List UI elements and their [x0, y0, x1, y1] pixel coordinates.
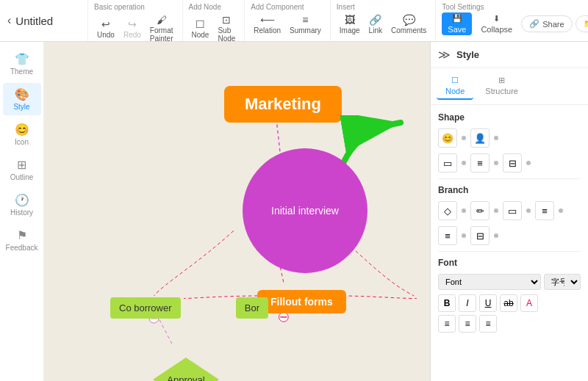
color-button[interactable]: A — [520, 294, 538, 312]
link-label: Link — [369, 26, 382, 35]
insert-buttons: 🖼 Image 🔗 Link 💬 Comments — [337, 12, 430, 36]
branch-btn-6[interactable]: ⊟ — [470, 226, 490, 245]
relation-button[interactable]: ⟵ Relation — [251, 12, 284, 36]
add-component-buttons: ⟵ Relation ≡ Summary — [251, 12, 324, 36]
outline-icon: ⊞ — [17, 158, 26, 172]
history-label: History — [10, 208, 33, 217]
sidebar-item-outline[interactable]: ⊞ Outline — [3, 153, 41, 186]
align-left-button[interactable]: ≡ — [438, 315, 456, 333]
node-tab-icon: ☐ — [451, 76, 459, 85]
shape-dot-5 — [526, 161, 531, 165]
fillout-forms-node[interactable]: Fillout forms — [257, 290, 346, 313]
shape-btn-lines[interactable]: ≡ — [470, 153, 490, 173]
sidebar-item-style[interactable]: 🎨 Style — [3, 83, 41, 115]
branch-btn-2[interactable]: ✏ — [470, 201, 490, 220]
bold-button[interactable]: B — [438, 294, 456, 312]
node-button[interactable]: ☐ Node — [189, 17, 212, 40]
theme-icon: 👕 — [15, 52, 29, 66]
back-button[interactable]: ‹ — [7, 14, 11, 27]
share-button[interactable]: 🔗 Share — [521, 15, 572, 32]
relation-label: Relation — [254, 26, 281, 35]
collapse-button[interactable]: ⬇ Collapse — [475, 12, 518, 35]
bor-node[interactable]: Bor — [236, 297, 268, 319]
branch-btn-1[interactable]: ◇ — [438, 201, 457, 220]
panel-collapse-button[interactable]: ≫ — [438, 48, 451, 62]
tab-structure[interactable]: ⊞ Structure — [476, 73, 527, 100]
shape-btn-smiley[interactable]: 😊 — [438, 128, 457, 148]
approval-label: Approval — [167, 374, 204, 382]
insert-group: Insert 🖼 Image 🔗 Link 💬 Comments — [331, 0, 437, 41]
underline-button[interactable]: U — [479, 294, 497, 312]
export-icon: 📁 — [584, 19, 588, 29]
align-center-button[interactable]: ≡ — [459, 315, 476, 333]
initial-interview-node[interactable]: Initial interview — [243, 148, 368, 273]
collapse-label: Collapse — [481, 25, 512, 34]
shape-dot-4 — [494, 161, 498, 165]
co-borrower-label: Co borrower — [119, 302, 172, 313]
branch-btn-3[interactable]: ▭ — [503, 201, 522, 220]
feedback-label: Feedback — [6, 244, 38, 252]
shape-dot-1 — [462, 136, 466, 140]
save-button[interactable]: 💾 Save — [442, 12, 472, 35]
image-label: Image — [340, 26, 360, 35]
add-component-label: Add Component — [251, 3, 304, 11]
collapse-icon: ⬇ — [493, 14, 500, 23]
subnode-button[interactable]: ⊡ Sub Node — [215, 12, 238, 44]
sidebar-item-theme[interactable]: 👕 Theme — [3, 48, 41, 80]
align-right-button[interactable]: ≡ — [479, 315, 497, 333]
export-button[interactable]: 📁 Export — [576, 15, 588, 32]
format-painter-button[interactable]: 🖌 Format Painter — [147, 12, 176, 44]
shape-row-1: 😊 👤 — [438, 128, 581, 148]
svg-line-1 — [280, 267, 284, 283]
shape-btn-rect[interactable]: ▭ — [438, 153, 457, 173]
marketing-label: Marketing — [245, 95, 321, 113]
tool-settings-group: Tool Settings 💾 Save ⬇ Collapse 🔗 Share … — [436, 0, 588, 41]
tab-node[interactable]: ☐ Node — [437, 73, 473, 100]
shape-btn-person[interactable]: 👤 — [470, 128, 490, 148]
co-borrower-node[interactable]: Co borrower — [110, 297, 181, 319]
font-select[interactable]: Font — [438, 274, 541, 290]
structure-tab-icon: ⊞ — [498, 76, 505, 85]
font-size-select[interactable]: 字号 — [544, 274, 581, 290]
add-node-group: Add Node ☐ Node ⊡ Sub Node — [183, 0, 245, 41]
tool-settings-buttons: 💾 Save ⬇ Collapse 🔗 Share 📁 Export — [442, 12, 588, 35]
shape-btn-lines2[interactable]: ⊟ — [503, 153, 522, 173]
marketing-node[interactable]: Marketing — [224, 86, 342, 123]
link-button[interactable]: 🔗 Link — [366, 12, 385, 36]
structure-tab-label: Structure — [485, 87, 518, 95]
approval-node[interactable]: Approval — [153, 358, 219, 381]
redo-button[interactable]: ↪ Redo — [121, 17, 144, 40]
branch-dot-3 — [526, 208, 531, 213]
strikethrough-button[interactable]: ab — [500, 294, 517, 312]
summary-button[interactable]: ≡ Summary — [287, 12, 324, 36]
panel-header: ≫ Style — [431, 42, 588, 68]
relation-icon: ⟵ — [260, 14, 275, 26]
branch-btn-4[interactable]: ≡ — [535, 201, 554, 220]
italic-button[interactable]: I — [459, 294, 476, 312]
left-sidebar: 👕 Theme 🎨 Style 😊 Icon ⊞ Outline 🕐 Histo… — [0, 42, 44, 381]
comments-button[interactable]: 💬 Comments — [388, 12, 429, 36]
image-button[interactable]: 🖼 Image — [337, 12, 363, 36]
bor-label: Bor — [245, 302, 259, 313]
branch-row-2: ≡ ⊟ — [438, 226, 581, 245]
font-style-row: B I U ab A — [438, 294, 581, 312]
branch-btn-5[interactable]: ≡ — [438, 226, 457, 245]
basic-operation-label: Basic operation — [94, 3, 145, 11]
sidebar-item-icon[interactable]: 😊 Icon — [3, 118, 41, 150]
sidebar-item-history[interactable]: 🕐 History — [3, 189, 41, 221]
sidebar-item-feedback[interactable]: ⚑ Feedback — [3, 224, 41, 256]
style-label: Style — [13, 103, 29, 111]
undo-button[interactable]: ↩ Undo — [94, 17, 118, 40]
divider-1 — [438, 178, 581, 179]
panel-tabs: ☐ Node ⊞ Structure — [431, 68, 588, 105]
add-node-label: Add Node — [189, 3, 221, 11]
right-panel: ≫ Style ☐ Node ⊞ Structure Shape 😊 👤 — [430, 42, 588, 381]
format-painter-icon: 🖌 — [157, 14, 167, 26]
redo-label: Redo — [123, 31, 141, 39]
comments-icon: 💬 — [403, 14, 415, 26]
panel-title: Style — [456, 49, 581, 60]
canvas-area[interactable]: Marketing Initial interview Fillout form… — [44, 42, 430, 381]
document-title[interactable]: Untitled — [15, 15, 53, 27]
theme-label: Theme — [10, 68, 33, 76]
subnode-icon: ⊡ — [222, 14, 231, 26]
